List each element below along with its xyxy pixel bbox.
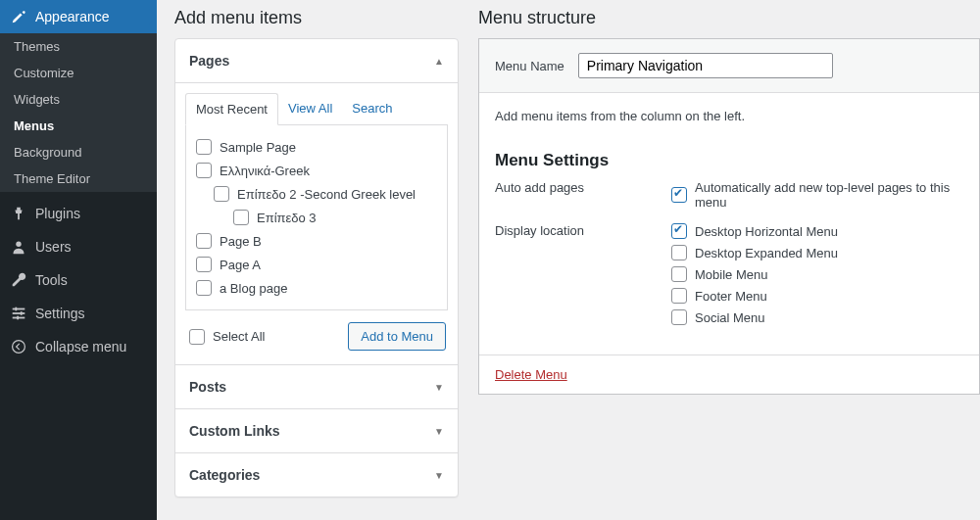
page-checkbox[interactable]	[233, 210, 249, 225]
panel-header-posts[interactable]: Posts ▼	[175, 364, 458, 408]
panel-header-pages[interactable]: Pages ▲	[175, 39, 458, 82]
svg-rect-2	[13, 312, 25, 314]
add-items-accordion: Pages ▲ Most Recent View All Search Samp…	[174, 38, 459, 497]
empty-message: Add menu items from the column on the le…	[495, 109, 963, 123]
svg-rect-5	[21, 311, 23, 315]
menu-frame-footer: Delete Menu	[479, 355, 979, 394]
sidebar-sub-menus[interactable]: Menus	[0, 113, 157, 139]
display-option[interactable]: Footer Menu	[671, 288, 838, 304]
page-item[interactable]: Sample Page	[194, 135, 439, 159]
tab-view-all[interactable]: View All	[278, 93, 342, 124]
sidebar-item-label: Settings	[35, 306, 85, 321]
chevron-down-icon: ▼	[434, 426, 444, 437]
menu-name-label: Menu Name	[495, 59, 564, 73]
menu-name-input[interactable]	[578, 53, 833, 78]
display-option-label: Footer Menu	[695, 289, 767, 304]
add-to-menu-button[interactable]: Add to Menu	[348, 322, 446, 351]
display-option[interactable]: Desktop Expanded Menu	[671, 245, 838, 260]
page-checkbox[interactable]	[196, 139, 212, 155]
display-checkbox[interactable]	[671, 223, 687, 239]
display-checkbox[interactable]	[671, 309, 687, 325]
display-checkbox[interactable]	[671, 288, 687, 304]
menu-frame-header: Menu Name	[479, 39, 979, 93]
select-all-row[interactable]: Select All	[187, 325, 267, 349]
display-checkbox[interactable]	[671, 266, 687, 282]
panel-title: Custom Links	[189, 423, 280, 439]
svg-rect-1	[13, 308, 25, 310]
display-option[interactable]: Mobile Menu	[671, 266, 838, 282]
auto-add-option[interactable]: Automatically add new top-level pages to…	[671, 180, 963, 210]
page-item[interactable]: Page A	[194, 253, 439, 276]
delete-menu-link[interactable]: Delete Menu	[495, 367, 567, 382]
sidebar-item-label: Plugins	[35, 206, 80, 221]
brush-icon	[10, 8, 27, 25]
sidebar-item-label: Users	[35, 239, 72, 255]
page-checkbox[interactable]	[196, 257, 212, 272]
pages-tabs: Most Recent View All Search	[185, 93, 448, 125]
page-label: Page B	[220, 234, 262, 249]
main-content: Add menu items Pages ▲ Most Recent View …	[157, 0, 980, 520]
tab-search[interactable]: Search	[342, 93, 402, 124]
admin-sidebar: Appearance ThemesCustomizeWidgetsMenusBa…	[0, 0, 157, 520]
display-checkbox[interactable]	[671, 245, 687, 260]
page-checkbox[interactable]	[196, 280, 212, 296]
select-all-label: Select All	[213, 329, 265, 344]
page-label: Page A	[220, 258, 261, 272]
panel-body-pages: Most Recent View All Search Sample PageΕ…	[175, 82, 458, 364]
svg-point-7	[13, 341, 25, 354]
sliders-icon	[10, 305, 27, 322]
page-label: Sample Page	[220, 140, 296, 155]
display-option-label: Desktop Expanded Menu	[695, 246, 838, 260]
page-item[interactable]: a Blog page	[194, 276, 439, 300]
display-option-label: Social Menu	[695, 310, 765, 325]
menu-structure-column: Menu structure Menu Name Add menu items …	[478, 0, 980, 520]
display-location-label: Display location	[495, 223, 671, 238]
sidebar-item-label: Tools	[35, 272, 68, 288]
sidebar-sub-customize[interactable]: Customize	[0, 60, 157, 86]
page-checkbox[interactable]	[196, 163, 212, 178]
page-checkbox[interactable]	[214, 186, 229, 202]
add-items-title: Add menu items	[174, 8, 459, 28]
panel-title: Categories	[189, 467, 260, 483]
page-label: a Blog page	[220, 281, 287, 296]
sidebar-collapse[interactable]: Collapse menu	[0, 330, 157, 363]
page-item[interactable]: Επίπεδο 3	[194, 206, 439, 229]
display-location-row: Display location Desktop Horizontal Menu…	[495, 223, 963, 331]
sidebar-item-settings[interactable]: Settings	[0, 297, 157, 330]
menu-structure-title: Menu structure	[478, 8, 980, 28]
sidebar-item-appearance[interactable]: Appearance	[0, 0, 157, 33]
svg-rect-4	[15, 307, 17, 311]
page-item[interactable]: Επίπεδο 2 -Second Greek level	[194, 182, 439, 206]
page-label: Επίπεδο 2 -Second Greek level	[237, 187, 416, 202]
select-all-checkbox[interactable]	[189, 329, 205, 345]
panel-header-categories[interactable]: Categories ▼	[175, 452, 458, 496]
tab-most-recent[interactable]: Most Recent	[185, 93, 278, 125]
user-icon	[10, 238, 27, 256]
add-menu-items-column: Add menu items Pages ▲ Most Recent View …	[174, 0, 459, 520]
sidebar-sub-themes[interactable]: Themes	[0, 33, 157, 60]
display-option[interactable]: Social Menu	[671, 309, 838, 325]
sidebar-sub-background[interactable]: Background	[0, 139, 157, 165]
page-item[interactable]: Page B	[194, 229, 439, 253]
pages-list: Sample PageΕλληνικά-GreekΕπίπεδο 2 -Seco…	[185, 125, 448, 310]
page-item[interactable]: Ελληνικά-Greek	[194, 159, 439, 182]
page-checkbox[interactable]	[196, 233, 212, 249]
chevron-up-icon: ▲	[434, 56, 444, 67]
page-label: Ελληνικά-Greek	[220, 164, 310, 178]
plugin-icon	[10, 205, 27, 222]
panel-title: Posts	[189, 379, 226, 395]
sidebar-item-tools[interactable]: Tools	[0, 263, 157, 297]
sidebar-sub-widgets[interactable]: Widgets	[0, 86, 157, 113]
menu-frame: Menu Name Add menu items from the column…	[478, 38, 980, 395]
auto-add-text: Automatically add new top-level pages to…	[695, 180, 963, 210]
display-option-label: Mobile Menu	[695, 267, 767, 282]
auto-add-checkbox[interactable]	[671, 187, 687, 203]
panel-header-custom-links[interactable]: Custom Links ▼	[175, 408, 458, 452]
sidebar-item-users[interactable]: Users	[0, 230, 157, 263]
sidebar-sub-theme-editor[interactable]: Theme Editor	[0, 165, 157, 192]
sidebar-item-plugins[interactable]: Plugins	[0, 197, 157, 230]
menu-frame-body: Add menu items from the column on the le…	[479, 93, 979, 355]
display-option[interactable]: Desktop Horizontal Menu	[671, 223, 838, 239]
sidebar-item-label: Appearance	[35, 9, 110, 24]
auto-add-label: Auto add pages	[495, 180, 671, 195]
